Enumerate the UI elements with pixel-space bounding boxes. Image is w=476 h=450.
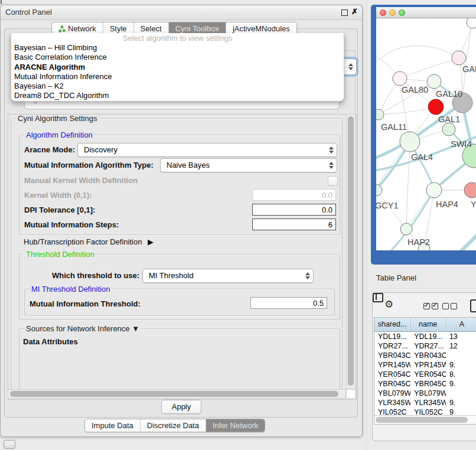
collapsed-panel-button[interactable]: [4, 440, 15, 449]
node-table: shared...nameA YDL19...YDL19...13YDR27..…: [374, 317, 476, 425]
network-node-hap2[interactable]: [400, 223, 412, 235]
table-horizontal-scrollbar[interactable]: [374, 415, 476, 425]
network-edge: [422, 222, 476, 250]
network-node-gal1[interactable]: [442, 123, 455, 136]
algorithm-dropdown-placeholder: Select algorithm to view settings: [11, 33, 344, 43]
zoom-window-icon[interactable]: [399, 9, 405, 16]
column-selector-icon[interactable]: [373, 293, 383, 302]
sources-title-text: Sources for Network Inference: [26, 324, 130, 333]
hub-definition-expander[interactable]: Hub/Transcription Factor Definition ▶: [24, 237, 154, 246]
dropdown-item-bayesian-k2[interactable]: Bayesian – K2: [11, 81, 344, 91]
network-node-gal[interactable]: [452, 51, 466, 65]
table-panel: ⚙ shared...nameA YDL19...YDL19...13YDR27…: [372, 292, 476, 441]
table-row[interactable]: YDL19...YDL19...13: [374, 332, 476, 341]
dropdown-item-aracne-algorithm[interactable]: ARACNE Algorithm: [11, 63, 344, 72]
cyni-settings-scrollpane: Cyni Algorithm Settings Algorithm Defini…: [8, 114, 357, 400]
network-node-y[interactable]: [464, 182, 476, 198]
gear-icon[interactable]: ⚙: [384, 298, 393, 311]
column-header-shared-[interactable]: shared...: [374, 318, 410, 331]
data-attributes-label: Data Attributes: [23, 337, 78, 346]
column-header-a[interactable]: A: [446, 318, 476, 331]
table-row[interactable]: YBL079WYBL079W: [374, 389, 476, 398]
which-threshold-select[interactable]: MI Threshold: [142, 269, 314, 283]
dpi-tolerance-input[interactable]: 0.0: [252, 204, 336, 216]
table-row[interactable]: YBR045CYBR045C9.: [374, 379, 476, 389]
network-node-gal4[interactable]: [400, 132, 420, 152]
float-panel-icon[interactable]: [341, 9, 348, 16]
dropdown-item-mutual-information-inference[interactable]: Mutual Information Inference: [11, 72, 344, 81]
node-label: GAL1: [438, 115, 460, 124]
collapse-arrow-icon[interactable]: ▼: [132, 324, 139, 333]
apply-button[interactable]: Apply: [161, 400, 201, 414]
close-panel-icon[interactable]: ✗: [351, 7, 358, 16]
cyni-bottom-tabs: Impute DataDiscretize DataInfer Network: [84, 419, 265, 432]
scrollbar-corner: [346, 389, 356, 399]
table-row[interactable]: YIL052CYIL052C9: [374, 407, 476, 415]
network-view-frame[interactable]: GALGAL80GAL10GAL1GAL11SWI4GAL4GCY1HAP4YH…: [371, 5, 476, 265]
node-label: GAL80: [402, 85, 428, 94]
kernel-width-label: Kernel Width (0,1):: [24, 191, 92, 200]
expander-arrow-icon: ▶: [148, 237, 154, 246]
settings-vscrollbar-thumb[interactable]: [348, 116, 354, 386]
dropdown-item-bayesian-hill-climbing[interactable]: Bayesian – Hill Climbing: [11, 43, 344, 53]
table-row[interactable]: YBR043CYBR043C: [374, 351, 476, 360]
table-hscrollbar-thumb[interactable]: [376, 417, 468, 423]
network-edge: [400, 58, 459, 79]
network-view-window: GALGAL80GAL10GAL1GAL11SWI4GAL4GCY1HAP4YH…: [376, 7, 476, 250]
clear-all-checkboxes-icon[interactable]: [442, 303, 457, 309]
mi-steps-input[interactable]: 6: [252, 219, 336, 230]
manual-kernel-label: Manual Kernel Width Definition: [24, 176, 138, 185]
combo-stepper-icon: [348, 63, 353, 71]
tab-label: Select: [141, 24, 162, 33]
network-node-gcy1[interactable]: [376, 184, 382, 196]
network-node[interactable]: [467, 18, 476, 28]
panel-divider[interactable]: [366, 0, 367, 450]
settings-horizontal-scrollbar[interactable]: [8, 389, 346, 399]
network-canvas[interactable]: GALGAL80GAL10GAL1GAL11SWI4GAL4GCY1HAP4YH…: [376, 18, 476, 250]
kernel-width-input[interactable]: 0.0: [252, 189, 336, 201]
table-cell: 13: [446, 332, 476, 341]
aracne-mode-select[interactable]: Discovery: [77, 143, 337, 157]
node-label: GAL: [462, 64, 476, 74]
tab-label: Discretize Data: [147, 421, 199, 430]
node-label: HAP2: [407, 237, 430, 247]
tab-label: jActiveMNodules: [233, 24, 290, 33]
mi-algorithm-type-select[interactable]: Naive Bayes: [160, 158, 337, 172]
network-node-hap4[interactable]: [426, 182, 442, 198]
network-node-gal80[interactable]: [393, 71, 407, 86]
node-label: GAL11: [381, 122, 407, 132]
select-all-checkboxes-icon[interactable]: [423, 303, 438, 309]
mi-threshold-input[interactable]: 0.5: [250, 297, 327, 309]
combo-stepper-icon: [328, 161, 334, 169]
table-row[interactable]: YLR345WYLR345W9.: [374, 398, 476, 407]
node-label: GCY1: [376, 201, 399, 210]
column-header-name[interactable]: name: [410, 318, 446, 331]
network-node[interactable]: [428, 99, 444, 115]
table-row[interactable]: YDR27...YDR27...12: [374, 341, 476, 351]
close-window-icon[interactable]: [380, 9, 386, 16]
settings-vertical-scrollbar[interactable]: [346, 114, 356, 389]
combo-stepper-icon: [305, 272, 310, 280]
new-table-icon[interactable]: [470, 299, 476, 312]
table-cell: YPR145W: [374, 360, 410, 370]
tab-impute-data[interactable]: Impute Data: [85, 419, 141, 432]
table-cell: YLR345W: [374, 398, 410, 407]
tab-discretize-data[interactable]: Discretize Data: [141, 419, 206, 432]
dropdown-item-dream8-dc-tdc-algorithm[interactable]: Dream8 DC_TDC Algorithm: [11, 91, 344, 100]
tab-infer-network[interactable]: Infer Network: [206, 419, 265, 432]
manual-kernel-checkbox[interactable]: [328, 176, 338, 186]
dropdown-item-basic-correlation-inference[interactable]: Basic Correlation Inference: [11, 53, 344, 62]
network-window-titlebar[interactable]: [376, 7, 476, 18]
mi-steps-label: Mutual Information Steps:: [24, 220, 119, 229]
table-row[interactable]: YER054CYER054C8.: [374, 370, 476, 379]
network-node-gal11[interactable]: [376, 109, 384, 120]
table-row[interactable]: YPR145WYPR145W9.: [374, 360, 476, 370]
table-body: YDL19...YDL19...13YDR27...YDR27...12YBR0…: [374, 332, 476, 415]
table-panel-title: Table Panel: [376, 273, 416, 282]
settings-hscrollbar-thumb[interactable]: [10, 391, 338, 397]
minimize-window-icon[interactable]: [389, 9, 396, 16]
node-label: GAL4: [411, 152, 433, 162]
network-icon: [58, 25, 66, 32]
threshold-definition-title: Threshold Definition: [24, 250, 96, 259]
network-node-gal10[interactable]: [427, 74, 441, 89]
